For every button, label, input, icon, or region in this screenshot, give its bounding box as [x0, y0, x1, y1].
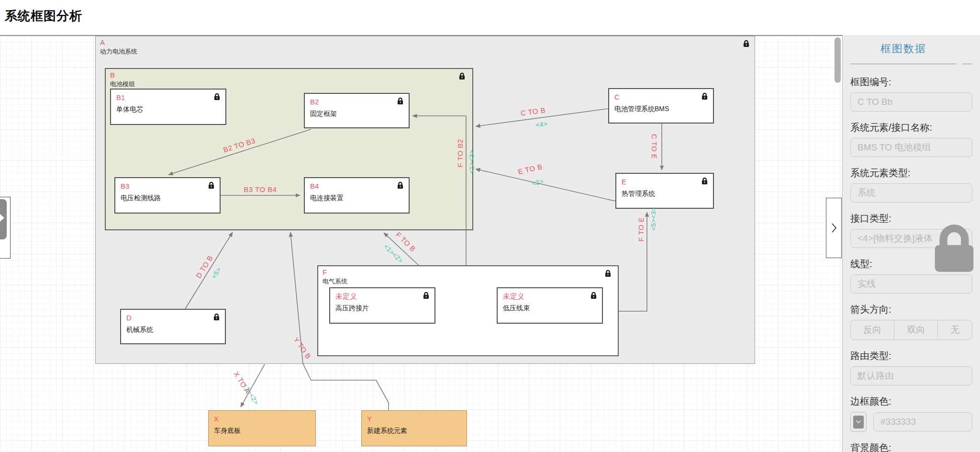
block-name: 新建系统元素	[367, 427, 407, 435]
vertical-scrollbar-thumb[interactable]	[835, 37, 841, 83]
page-title: 系统框图分析	[0, 0, 980, 24]
edge-label-f-to-b2[interactable]: F TO B2	[456, 139, 464, 168]
edge-f-to-b2[interactable]	[412, 116, 466, 265]
block-id: Y	[367, 415, 372, 423]
arrow-direction-button-group: 反向 双向 无	[850, 320, 972, 340]
block-name: 电池管理系统BMS	[614, 105, 669, 113]
edge-d-to-b[interactable]	[185, 232, 233, 309]
arrow-reverse-button[interactable]: 反向	[850, 320, 894, 340]
block-name: 机械系统	[126, 326, 153, 334]
panel-title: 框图数据	[850, 42, 957, 56]
lock-icon	[396, 97, 404, 105]
lock-icon	[396, 181, 404, 189]
diagram-number-input[interactable]	[850, 92, 972, 112]
lock-icon	[212, 313, 221, 321]
field-label-element-name: 系统元素/接口名称:	[850, 122, 972, 133]
block-d[interactable]: D 机械系统	[120, 309, 226, 344]
block-name: 固定框架	[310, 110, 337, 118]
chevron-right-icon	[831, 223, 837, 233]
block-id: B4	[310, 182, 319, 190]
block-b4[interactable]: B4 电连接装置	[304, 177, 410, 214]
block-e[interactable]: E 热管理系统	[615, 173, 714, 209]
lock-icon	[207, 181, 215, 189]
route-type-input[interactable]	[850, 366, 972, 385]
edge-tag-f-to-e: <5><3>	[650, 207, 657, 231]
field-label-arrow-direction: 箭头方向:	[850, 304, 972, 315]
field-label-route-type: 路由类型:	[850, 350, 972, 362]
block-name: 热管理系统	[622, 190, 655, 198]
title-bar: 系统框图分析	[0, 0, 980, 35]
block-name: 电压检测线路	[121, 194, 161, 203]
edge-tag-f-to-b2: <1><3>	[468, 150, 475, 174]
field-label-background-color: 背景颜色:	[850, 442, 972, 452]
block-c[interactable]: C 电池管理系统BMS	[608, 88, 714, 124]
block-id: X	[214, 415, 219, 423]
field-label-diagram-number: 框图编号:	[850, 77, 972, 88]
panel-title-divider	[850, 64, 972, 64]
arrow-none-button[interactable]: 无	[937, 320, 972, 340]
sidebar-collapse-button[interactable]	[826, 198, 842, 258]
block-y[interactable]: Y 新建系统元素	[361, 410, 467, 446]
edge-label-f-to-e[interactable]: F TO E	[637, 217, 645, 242]
lock-icon	[701, 177, 709, 185]
arrow-bidirectional-button[interactable]: 双向	[894, 320, 938, 340]
lock-icon	[422, 292, 430, 299]
block-name: 低压线束	[503, 304, 530, 313]
block-id: C	[614, 93, 620, 101]
block-name: 车身底板	[214, 427, 241, 435]
block-id: D	[126, 314, 132, 322]
block-id: E	[622, 178, 626, 186]
field-label-border-color: 边框颜色:	[850, 396, 972, 407]
edge-tag-c-to-b: <4>	[535, 120, 548, 129]
border-color-row	[850, 412, 972, 432]
block-b3[interactable]: B3 电压检测线路	[114, 177, 221, 214]
block-id: B2	[310, 98, 319, 106]
block-f1-undefined[interactable]: 未定义 高压跨接片	[329, 287, 435, 324]
element-type-input[interactable]	[850, 183, 972, 203]
block-name: 单体电芯	[116, 105, 143, 114]
lock-icon	[213, 93, 221, 101]
properties-panel: 框图数据 框图编号: 系统元素/接口名称: 系统元素类型: 接口类型: 线型: …	[842, 35, 980, 452]
block-b1[interactable]: B1 单体电芯	[110, 89, 226, 125]
block-id: B3	[121, 182, 129, 190]
edge-label-b3-to-b4[interactable]: B3 TO B4	[244, 185, 277, 193]
edge-b2-to-b3[interactable]	[168, 129, 311, 175]
element-name-input[interactable]	[850, 138, 972, 157]
lock-icon	[590, 292, 598, 299]
locked-panel-watermark-lock-icon	[927, 215, 980, 282]
edge-label-c-to-e[interactable]: C TO E	[650, 134, 658, 159]
block-id: B1	[116, 93, 125, 102]
block-f2-undefined[interactable]: 未定义 低压线束	[497, 287, 603, 324]
block-id: 未定义	[335, 292, 357, 301]
edge-e-to-b[interactable]	[476, 169, 615, 201]
diagram-canvas[interactable]: A 动力电池系统 B 电池模组 F 电气系统	[0, 35, 842, 452]
block-b2[interactable]: B2 固定框架	[304, 93, 410, 128]
left-panel-expand-handle[interactable]	[0, 199, 7, 239]
block-x[interactable]: X 车身底板	[208, 410, 316, 446]
border-color-hex-input[interactable]	[873, 412, 972, 431]
block-name: 电连接装置	[310, 194, 344, 203]
field-label-element-type: 系统元素类型:	[850, 168, 972, 179]
lock-icon	[701, 92, 709, 100]
block-name: 高压跨接片	[335, 304, 369, 313]
border-color-picker-button[interactable]	[850, 412, 867, 432]
chevron-down-icon	[853, 416, 864, 429]
block-id: 未定义	[503, 292, 524, 301]
